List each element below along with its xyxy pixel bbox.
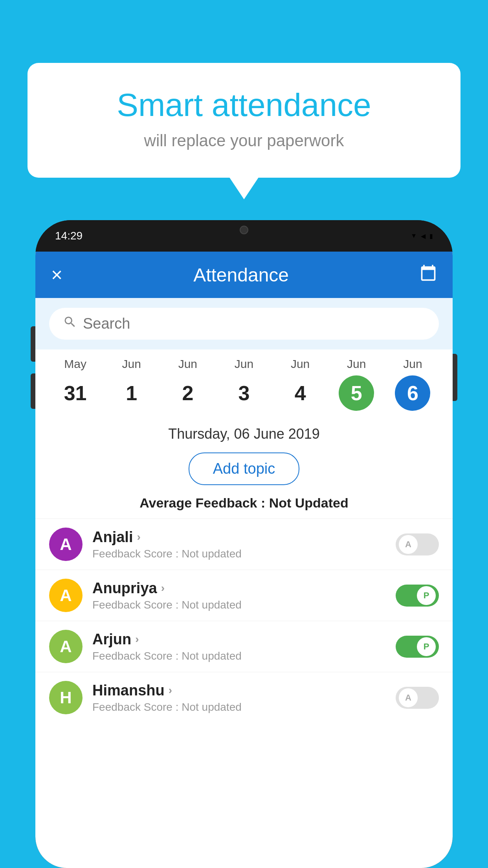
cal-month-label: Jun	[122, 357, 141, 371]
camera	[240, 226, 248, 234]
attendance-toggle[interactable]: P	[396, 636, 439, 658]
cal-date-number: 1	[114, 375, 149, 411]
avatar: A	[49, 630, 83, 663]
cal-month-label: Jun	[178, 357, 197, 371]
add-topic-wrap: Add topic	[35, 446, 453, 491]
cal-month-label: May	[64, 357, 86, 371]
attendance-toggle[interactable]: A	[396, 687, 439, 709]
student-item[interactable]: AAnjali ›Feedback Score : Not updatedA	[35, 519, 453, 570]
toggle-knob: P	[417, 586, 436, 605]
cal-date-number: 2	[170, 375, 205, 411]
app-title: Attendance	[193, 264, 289, 286]
search-input[interactable]	[83, 315, 425, 332]
bubble-subtitle: will replace your paperwork	[55, 131, 433, 150]
calendar-day[interactable]: Jun4	[272, 357, 328, 411]
student-name: Anupriya ›	[92, 580, 386, 597]
status-icons: ▼ ◀ ▮	[411, 232, 433, 240]
volume-up-button	[31, 326, 35, 362]
chevron-right-icon: ›	[161, 582, 165, 594]
power-button	[453, 354, 457, 401]
toggle-wrap: A	[396, 533, 439, 555]
phone-frame: 14:29 ▼ ◀ ▮ × Attendance	[35, 220, 453, 868]
toggle-wrap: P	[396, 585, 439, 607]
student-info: Anupriya ›Feedback Score : Not updated	[92, 580, 386, 611]
attendance-toggle[interactable]: P	[396, 585, 439, 607]
search-icon	[63, 315, 77, 333]
toggle-wrap: P	[396, 636, 439, 658]
toggle-knob: P	[417, 637, 436, 656]
student-name: Anjali ›	[92, 529, 386, 546]
speech-bubble: Smart attendance will replace your paper…	[28, 63, 460, 178]
student-info: Himanshu ›Feedback Score : Not updated	[92, 682, 386, 714]
feedback-score: Feedback Score : Not updated	[92, 650, 386, 662]
cal-date-number: 5	[339, 375, 374, 411]
student-list: AAnjali ›Feedback Score : Not updatedAAA…	[35, 519, 453, 868]
cal-date-number: 31	[58, 375, 93, 411]
student-item[interactable]: AArjun ›Feedback Score : Not updatedP	[35, 621, 453, 672]
app-header: × Attendance	[35, 252, 453, 298]
chevron-right-icon: ›	[169, 684, 172, 697]
student-name: Himanshu ›	[92, 682, 386, 699]
avatar: A	[49, 528, 83, 561]
phone-notch	[220, 220, 268, 240]
avatar: H	[49, 681, 83, 714]
cal-month-label: Jun	[235, 357, 253, 371]
toggle-knob: A	[399, 535, 418, 554]
feedback-score: Feedback Score : Not updated	[92, 548, 386, 560]
search-bar	[35, 298, 453, 349]
close-button[interactable]: ×	[51, 263, 62, 286]
calendar-day[interactable]: Jun2	[160, 357, 216, 411]
cal-date-number: 6	[395, 375, 430, 411]
wifi-icon: ▼	[411, 232, 417, 239]
chevron-right-icon: ›	[137, 531, 140, 543]
status-bar: 14:29 ▼ ◀ ▮	[35, 220, 453, 252]
bubble-title: Smart attendance	[55, 86, 433, 123]
cal-month-label: Jun	[347, 357, 366, 371]
student-info: Arjun ›Feedback Score : Not updated	[92, 631, 386, 662]
avatar: A	[49, 579, 83, 612]
calendar-strip: May31Jun1Jun2Jun3Jun4Jun5Jun6	[35, 349, 453, 419]
student-info: Anjali ›Feedback Score : Not updated	[92, 529, 386, 560]
feedback-score: Feedback Score : Not updated	[92, 599, 386, 611]
search-input-wrap[interactable]	[49, 308, 439, 340]
volume-down-button	[31, 373, 35, 409]
selected-date: Thursday, 06 June 2019	[168, 426, 320, 442]
cal-date-number: 4	[283, 375, 318, 411]
chevron-right-icon: ›	[135, 633, 139, 645]
calendar-day[interactable]: Jun6	[385, 357, 441, 411]
calendar-icon[interactable]	[420, 264, 437, 285]
calendar-day[interactable]: Jun1	[103, 357, 160, 411]
student-item[interactable]: AAnupriya ›Feedback Score : Not updatedP	[35, 570, 453, 621]
student-name: Arjun ›	[92, 631, 386, 648]
battery-icon: ▮	[429, 232, 433, 240]
date-info: Thursday, 06 June 2019	[35, 419, 453, 446]
add-topic-button[interactable]: Add topic	[189, 452, 299, 485]
avg-feedback-label: Average Feedback :	[139, 495, 265, 510]
student-item[interactable]: HHimanshu ›Feedback Score : Not updatedA	[35, 672, 453, 723]
cal-date-number: 3	[226, 375, 262, 411]
app-screen: × Attendance May31Jun1Jun2Jun3Jun4Jun5J	[35, 252, 453, 868]
toggle-wrap: A	[396, 687, 439, 709]
calendar-day[interactable]: Jun3	[216, 357, 272, 411]
avg-feedback: Average Feedback : Not Updated	[35, 491, 453, 519]
status-time: 14:29	[55, 230, 83, 242]
avg-feedback-value: Not Updated	[269, 495, 349, 510]
attendance-toggle[interactable]: A	[396, 533, 439, 555]
cal-month-label: Jun	[403, 357, 422, 371]
feedback-score: Feedback Score : Not updated	[92, 701, 386, 714]
toggle-knob: A	[399, 688, 418, 707]
calendar-day[interactable]: May31	[47, 357, 103, 411]
calendar-day[interactable]: Jun5	[328, 357, 385, 411]
signal-icon: ◀	[421, 232, 426, 240]
cal-month-label: Jun	[291, 357, 310, 371]
